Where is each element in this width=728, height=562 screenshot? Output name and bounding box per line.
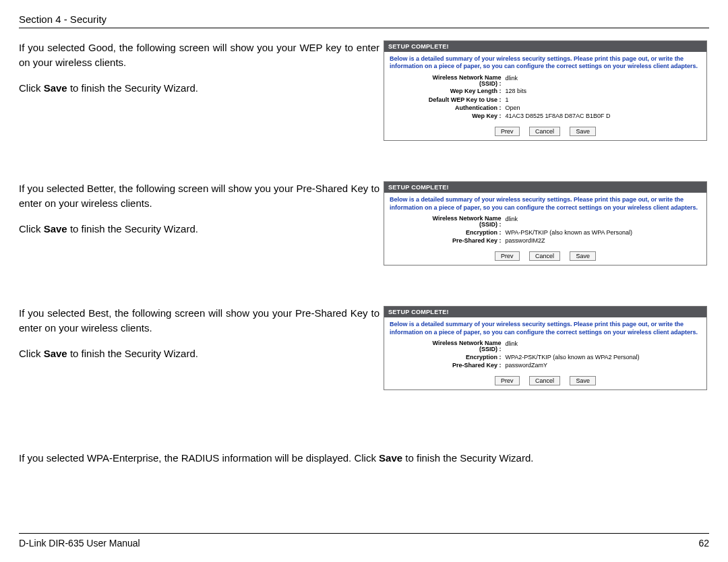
block-good-text: If you selected Good, the following scre… xyxy=(19,40,380,106)
field-label: Pre-Shared Key : xyxy=(415,237,504,245)
field-row: Wireless Network Name(SSID) :dlink xyxy=(415,340,676,354)
panel-buttons: Prev Cancel Save xyxy=(390,249,701,261)
field-label: Authentication : xyxy=(415,104,504,113)
panel-title: SETUP COMPLETE! xyxy=(384,182,706,193)
field-label: Default WEP Key to Use : xyxy=(415,96,504,104)
field-row: Wep Key Length :128 bits xyxy=(415,88,676,96)
panel-note: Below is a detailed summary of your wire… xyxy=(390,55,701,73)
field-value: passwordIM2Z xyxy=(504,237,676,245)
panel-note: Below is a detailed summary of your wire… xyxy=(390,320,701,338)
block-best-text: If you selected Best, the following scre… xyxy=(19,306,380,371)
field-value: dlink xyxy=(504,340,676,354)
better-panel: SETUP COMPLETE! Below is a detailed summ… xyxy=(384,181,707,266)
best-para1: If you selected Best, the following scre… xyxy=(19,306,380,336)
field-row: Encryption :WPA-PSK/TKIP (also known as … xyxy=(415,229,676,237)
field-label: Encryption : xyxy=(415,229,504,237)
footer-left: D-Link DIR-635 User Manual xyxy=(19,538,140,549)
field-value: dlink xyxy=(504,216,676,229)
field-value: Open xyxy=(504,104,676,113)
field-row: Encryption :WPA2-PSK/TKIP (also known as… xyxy=(415,354,676,362)
prev-button[interactable]: Prev xyxy=(495,127,520,136)
cancel-button[interactable]: Cancel xyxy=(529,251,560,261)
page-content: If you selected Good, the following scre… xyxy=(19,40,709,534)
best-panel-wrap: SETUP COMPLETE! Below is a detailed summ… xyxy=(384,306,709,390)
field-row: Wireless Network Name(SSID) :dlink xyxy=(415,216,676,229)
field-value: WPA2-PSK/TKIP (also known as WPA2 Person… xyxy=(504,354,676,362)
field-label: Wireless Network Name(SSID) : xyxy=(415,340,504,354)
panel-buttons: Prev Cancel Save xyxy=(390,373,701,385)
page-header: Section 4 - Security xyxy=(19,13,709,28)
panel-note: Below is a detailed summary of your wire… xyxy=(390,195,701,214)
save-button[interactable]: Save xyxy=(570,127,596,136)
wpa-enterprise-line: If you selected WPA-Enterprise, the RADI… xyxy=(19,451,709,466)
field-value: 128 bits xyxy=(504,88,676,96)
field-label: Encryption : xyxy=(415,354,504,362)
good-para1: If you selected Good, the following scre… xyxy=(19,40,380,70)
prev-button[interactable]: Prev xyxy=(495,376,520,385)
block-good: If you selected Good, the following scre… xyxy=(19,40,709,141)
good-fields: Wireless Network Name(SSID) :dlinkWep Ke… xyxy=(415,75,676,121)
field-value: passwordZamY xyxy=(504,362,676,370)
best-para2: Click Save to finish the Security Wizard… xyxy=(19,346,380,361)
field-value: 1 xyxy=(504,96,676,104)
best-fields: Wireless Network Name(SSID) :dlinkEncryp… xyxy=(415,340,676,370)
panel-buttons: Prev Cancel Save xyxy=(390,124,701,136)
prev-button[interactable]: Prev xyxy=(495,251,520,261)
good-para2: Click Save to finish the Security Wizard… xyxy=(19,81,380,96)
field-label: Pre-Shared Key : xyxy=(415,362,504,370)
cancel-button[interactable]: Cancel xyxy=(529,376,560,385)
better-para2: Click Save to finish the Security Wizard… xyxy=(19,222,380,237)
field-row: Authentication :Open xyxy=(415,104,676,113)
best-panel: SETUP COMPLETE! Below is a detailed summ… xyxy=(384,306,707,390)
panel-title: SETUP COMPLETE! xyxy=(384,307,706,317)
section-title: Section 4 - Security xyxy=(19,13,107,25)
field-row: Pre-Shared Key :passwordIM2Z xyxy=(415,237,676,245)
block-better: If you selected Better, the following sc… xyxy=(19,181,709,266)
field-value: dlink xyxy=(504,75,676,88)
field-row: Default WEP Key to Use :1 xyxy=(415,96,676,104)
better-para1: If you selected Better, the following sc… xyxy=(19,181,380,211)
page-footer: D-Link DIR-635 User Manual 62 xyxy=(19,533,709,549)
field-value: 41AC3 D8525 1F8A8 D87AC B1B0F D xyxy=(504,113,676,121)
field-value: WPA-PSK/TKIP (also known as WPA Personal… xyxy=(504,229,676,237)
field-label: Wireless Network Name(SSID) : xyxy=(415,75,504,88)
block-better-text: If you selected Better, the following sc… xyxy=(19,181,380,247)
field-row: Wep Key :41AC3 D8525 1F8A8 D87AC B1B0F D xyxy=(415,113,676,121)
better-panel-wrap: SETUP COMPLETE! Below is a detailed summ… xyxy=(384,181,709,266)
field-label: Wep Key : xyxy=(415,113,504,121)
good-panel-wrap: SETUP COMPLETE! Below is a detailed summ… xyxy=(384,40,709,141)
cancel-button[interactable]: Cancel xyxy=(529,127,560,136)
better-fields: Wireless Network Name(SSID) :dlinkEncryp… xyxy=(415,216,676,245)
save-button[interactable]: Save xyxy=(570,251,596,261)
field-label: Wireless Network Name(SSID) : xyxy=(415,216,504,229)
good-panel: SETUP COMPLETE! Below is a detailed summ… xyxy=(384,40,707,141)
block-best: If you selected Best, the following scre… xyxy=(19,306,709,390)
field-row: Wireless Network Name(SSID) :dlink xyxy=(415,75,676,88)
save-button[interactable]: Save xyxy=(570,376,596,385)
field-label: Wep Key Length : xyxy=(415,88,504,96)
panel-title: SETUP COMPLETE! xyxy=(384,41,706,52)
field-row: Pre-Shared Key :passwordZamY xyxy=(415,362,676,370)
footer-right: 62 xyxy=(698,538,709,549)
